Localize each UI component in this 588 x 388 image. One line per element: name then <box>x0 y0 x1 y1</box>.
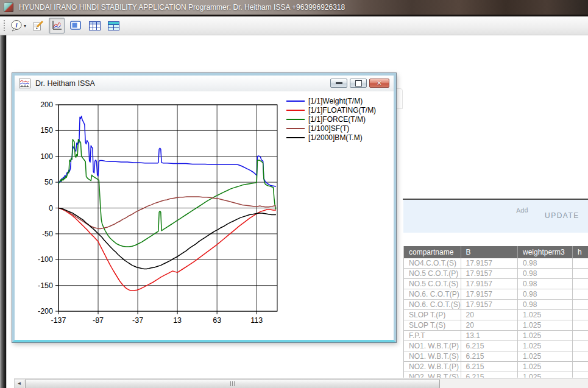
app-icon <box>4 2 13 12</box>
maximize-button[interactable] <box>350 79 367 88</box>
table-cell <box>573 320 588 330</box>
column-header[interactable]: compartname <box>404 246 461 258</box>
table-cell: NO1. W.B.T.(S) <box>404 351 461 361</box>
table-cell: 1.025 <box>518 372 573 378</box>
grid-alt-button[interactable] <box>105 18 121 34</box>
table-cell: 17.9157 <box>461 300 519 309</box>
svg-text:63: 63 <box>213 316 221 325</box>
action-band: Add UPDATE <box>403 200 588 233</box>
table-cell: 1.025 <box>518 310 573 320</box>
table-cell: NO.5 C.O.T.(S) <box>404 279 461 289</box>
table-row[interactable]: SLOP T.(P)201.025 <box>404 310 588 320</box>
table-cell: 0.98 <box>518 279 573 289</box>
compartment-table-header[interactable]: compartnameBweightperm3h <box>404 246 588 258</box>
svg-text:-150: -150 <box>38 281 53 290</box>
table-cell: 20 <box>461 310 519 320</box>
table-cell <box>573 258 588 268</box>
mini-chart-icon <box>19 79 30 88</box>
table-cell: 0.98 <box>518 269 573 278</box>
minimize-button[interactable] <box>330 79 347 88</box>
svg-text:100: 100 <box>40 152 53 161</box>
close-button[interactable]: ✕ <box>369 79 389 88</box>
add-button[interactable]: Add <box>516 206 528 214</box>
table-cell <box>573 331 588 340</box>
minimize-icon <box>336 82 342 84</box>
legend-label: [1/1]FLOATING(T/M) <box>308 106 376 115</box>
horizontal-scrollbar[interactable]: ◄ <box>14 378 588 388</box>
legend-entry: [1/100]SF(T) <box>286 124 376 133</box>
window-left-border <box>0 35 6 388</box>
table-cell <box>573 269 588 278</box>
svg-text:113: 113 <box>250 316 263 325</box>
grid-button[interactable] <box>87 18 102 34</box>
table-cell <box>573 341 588 351</box>
column-header[interactable]: h <box>573 246 588 258</box>
table-cell: NO2. W.B.T.(P) <box>404 362 461 372</box>
table-cell <box>573 300 588 309</box>
table-cell: 6.215 <box>461 341 519 351</box>
update-button[interactable]: UPDATE <box>545 211 579 220</box>
table-cell <box>573 310 588 320</box>
legend-line-sample <box>286 110 305 111</box>
svg-text:150: 150 <box>40 126 53 135</box>
svg-text:-37: -37 <box>132 316 143 325</box>
legend-label: [1/2000]BM(T.M) <box>308 133 363 142</box>
scrollbar-left-arrow[interactable]: ◄ <box>14 379 24 388</box>
legend-entry: [1/2000]BM(T.M) <box>286 133 376 142</box>
info-button[interactable]: i ▾ <box>10 18 27 34</box>
chart-button[interactable] <box>49 18 65 34</box>
table-row[interactable]: NO.5 C.O.T.(S)17.91570.98 <box>404 279 588 289</box>
legend-label: [1/1]Weight(T/M) <box>308 97 363 105</box>
legend-entry: [1/1]Weight(T/M) <box>286 96 376 105</box>
table-cell: SLOP T.(P) <box>404 310 461 320</box>
legend-line-sample <box>286 128 305 129</box>
table-cell <box>573 362 588 372</box>
child-window-titlebar[interactable]: Dr. Heitham ISSA ✕ <box>15 76 394 92</box>
table-cell <box>573 351 588 361</box>
table-cell: 1.025 <box>518 341 573 351</box>
info-balloon-icon: i <box>10 19 23 32</box>
legend-entry: [1/1]FORCE(T/M) <box>286 115 376 124</box>
legend-label: [1/100]SF(T) <box>308 124 349 133</box>
table-cell: 1.025 <box>518 331 573 340</box>
table-row[interactable]: NO1. W.B.T.(S)6.2151.025 <box>404 351 588 362</box>
table-row[interactable]: NO.6. C.O.T.(S)17.91570.98 <box>404 300 588 310</box>
table-row[interactable]: NO2. W.B.T.(P)6.2151.025 <box>404 362 588 372</box>
window-titlebar[interactable]: HYUNDAI IRANO HINDI STABILITY APPLICATIO… <box>0 0 588 16</box>
table-cell: 1.025 <box>518 362 573 372</box>
dropdown-caret-icon: ▾ <box>24 23 26 29</box>
table-cell: 1.025 <box>518 320 573 330</box>
column-header[interactable]: B <box>461 246 519 258</box>
table-cell: NO.5 C.O.T.(P) <box>404 269 461 278</box>
chart-area: -137-87-371363113200150100500-50-100-150… <box>15 91 394 340</box>
toolbar-grip[interactable] <box>3 19 6 32</box>
table-row[interactable]: NO2. W.B.T.(S)6.2151.025 <box>404 372 588 378</box>
chart-icon <box>51 20 63 31</box>
svg-text:-100: -100 <box>38 255 53 264</box>
table-cell: NO.6. C.O.T.(S) <box>404 300 461 309</box>
table-row[interactable]: SLOP T.(S)201.025 <box>404 320 588 331</box>
table-cell: SLOP T.(S) <box>404 320 461 330</box>
edit-pencil-icon <box>32 20 44 32</box>
table-cell <box>573 279 588 289</box>
table-cell <box>573 289 588 299</box>
column-header[interactable]: weightperm3 <box>518 246 573 258</box>
svg-text:-87: -87 <box>93 316 104 325</box>
table-cell: 1.025 <box>518 351 573 361</box>
legend-line-sample <box>286 119 305 120</box>
maximize-icon <box>355 80 362 86</box>
table-row[interactable]: NO.6. C.O.T(P)17.91570.98 <box>404 289 588 300</box>
svg-text:50: 50 <box>44 178 53 186</box>
table-row[interactable]: NO.5 C.O.T.(P)17.91570.98 <box>404 269 588 279</box>
edit-button[interactable] <box>30 18 46 34</box>
window-title: HYUNDAI IRANO HINDI STABILITY APPLICATIO… <box>19 3 345 12</box>
table-row[interactable]: NO1. W.B.T.(P)6.2151.025 <box>404 341 588 351</box>
table-cell: 17.9157 <box>461 279 519 289</box>
table-cell: 6.215 <box>461 351 519 361</box>
table-row[interactable]: NO4.C.O.T.(S)17.91570.98 <box>404 258 588 269</box>
table-row[interactable]: F.P.T13.11.025 <box>404 331 588 341</box>
grid-alt-icon <box>108 21 119 30</box>
table-cell: NO4.C.O.T.(S) <box>404 258 461 268</box>
panel-button[interactable] <box>68 18 83 34</box>
scrollbar-thumb[interactable] <box>25 379 440 388</box>
